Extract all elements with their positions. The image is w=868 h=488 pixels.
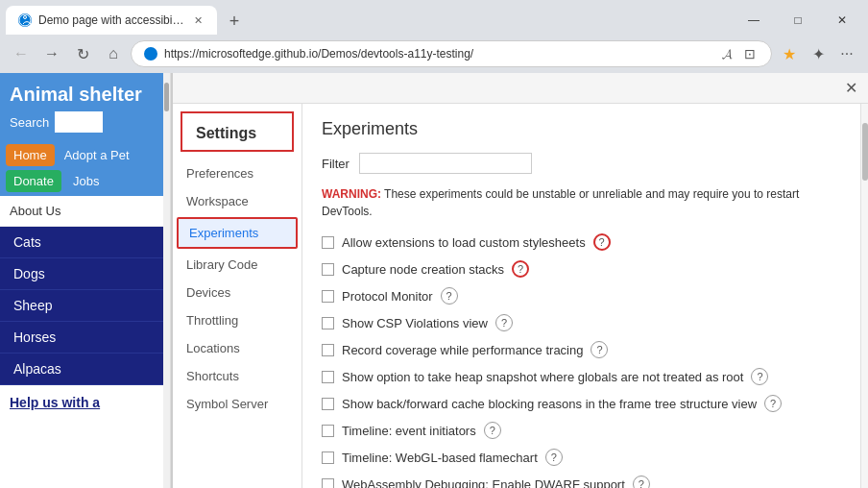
help-link[interactable]: Help us with a	[0, 385, 170, 420]
animal-item-dogs[interactable]: Dogs	[0, 258, 170, 290]
experiment-label-7: Timeline: event initiators	[342, 424, 476, 438]
experiment-checkbox-4[interactable]	[322, 344, 334, 356]
window-controls: — □ ✕	[732, 6, 868, 35]
nav-jobs[interactable]: Jobs	[65, 170, 107, 192]
svg-point-1	[144, 47, 157, 61]
nav-adopt[interactable]: Adopt a Pet	[59, 144, 135, 166]
experiment-item-4: Record coverage while performance tracin…	[322, 341, 849, 358]
experiment-item-9: WebAssembly Debugging: Enable DWARF supp…	[322, 476, 849, 488]
experiment-checkbox-0[interactable]	[322, 236, 334, 249]
favorites-icon[interactable]: ★	[776, 40, 803, 67]
experiment-help-4[interactable]: ?	[591, 341, 608, 358]
devtools-close-button[interactable]: ✕	[841, 79, 860, 98]
address-bar: ← → ↻ ⌂ https://microsoftedge.github.io/…	[0, 35, 868, 73]
animal-list: Cats Dogs Sheep Horses Alpacas	[0, 227, 170, 385]
tab-bar: Demo page with accessibility iss ✕ + — □…	[0, 0, 868, 35]
settings-sidebar: Settings Preferences Workspace Experimen…	[173, 104, 302, 488]
experiment-label-4: Record coverage while performance tracin…	[342, 343, 583, 357]
animal-item-cats[interactable]: Cats	[0, 227, 170, 258]
experiment-checkbox-8[interactable]	[322, 451, 334, 464]
experiment-checkbox-9[interactable]	[322, 478, 334, 489]
close-button[interactable]: ✕	[820, 6, 864, 35]
experiment-help-0[interactable]: ?	[593, 233, 611, 251]
experiment-help-5[interactable]: ?	[751, 368, 768, 385]
filter-input[interactable]	[359, 153, 532, 174]
settings-nav-experiments[interactable]: Experiments	[177, 217, 298, 249]
experiment-label-8: Timeline: WebGL-based flamechart	[342, 451, 538, 465]
experiment-help-1[interactable]: ?	[512, 260, 529, 278]
filter-label: Filter	[322, 157, 350, 171]
experiment-help-8[interactable]: ?	[545, 449, 563, 466]
experiment-help-3[interactable]: ?	[495, 314, 513, 331]
experiment-checkbox-3[interactable]	[322, 317, 334, 329]
experiment-help-7[interactable]: ?	[484, 422, 501, 439]
experiment-checkbox-1[interactable]	[322, 263, 334, 276]
settings-nav-library-code[interactable]: Library Code	[173, 251, 301, 279]
experiment-checkbox-2[interactable]	[322, 290, 334, 303]
new-tab-button[interactable]: +	[221, 8, 248, 35]
nav-home[interactable]: Home	[6, 144, 55, 166]
maximize-button[interactable]: □	[776, 6, 820, 35]
search-input[interactable]	[55, 111, 103, 133]
url-text: https://microsoftedge.github.io/Demos/de…	[164, 47, 711, 61]
active-tab[interactable]: Demo page with accessibility iss ✕	[6, 6, 217, 35]
main-content-area: Animal shelter Search Home Adopt a Pet D…	[0, 73, 868, 488]
url-bar[interactable]: https://microsoftedge.github.io/Demos/de…	[131, 40, 772, 67]
experiment-checkbox-7[interactable]	[322, 425, 334, 437]
minimize-button[interactable]: —	[732, 6, 776, 35]
experiment-item-1: Capture node creation stacks ?	[322, 260, 849, 278]
experiment-label-9: WebAssembly Debugging: Enable DWARF supp…	[342, 477, 625, 489]
experiment-help-6[interactable]: ?	[764, 395, 782, 412]
collections-icon[interactable]: ✦	[805, 40, 832, 67]
warning-text: WARNING: These experiments could be unst…	[322, 185, 849, 220]
experiment-item-5: Show option to take heap snapshot where …	[322, 368, 849, 385]
experiment-item-3: Show CSP Violations view ?	[322, 314, 849, 331]
animal-item-sheep[interactable]: Sheep	[0, 290, 170, 322]
read-aloud-icon[interactable]: 𝓐	[717, 44, 736, 63]
about-us-link[interactable]: About Us	[0, 196, 170, 227]
more-tools-icon[interactable]: ···	[833, 40, 860, 67]
url-action-icons: 𝓐 ⊡	[717, 44, 760, 63]
browser-window: Demo page with accessibility iss ✕ + — □…	[0, 0, 868, 488]
experiment-label-2: Protocol Monitor	[342, 289, 433, 304]
devtools-header: ✕	[173, 73, 868, 104]
settings-nav-symbol-server[interactable]: Symbol Server	[173, 390, 301, 418]
website-scrollbar[interactable]	[163, 73, 170, 488]
experiment-checkbox-5[interactable]	[322, 371, 334, 383]
experiment-help-2[interactable]: ?	[441, 287, 458, 305]
website-scroll-thumb	[164, 83, 169, 111]
devtools-scrollbar[interactable]	[860, 104, 868, 488]
home-button[interactable]: ⌂	[100, 40, 127, 67]
experiment-label-1: Capture node creation stacks	[342, 262, 504, 277]
experiment-label-5: Show option to take heap snapshot where …	[342, 370, 743, 384]
settings-nav-devices[interactable]: Devices	[173, 279, 301, 306]
settings-nav-locations[interactable]: Locations	[173, 334, 301, 362]
website-sidebar: Animal shelter Search Home Adopt a Pet D…	[0, 73, 171, 488]
back-button[interactable]: ←	[8, 40, 35, 67]
forward-button[interactable]: →	[38, 40, 65, 67]
animal-item-horses[interactable]: Horses	[0, 322, 170, 354]
refresh-button[interactable]: ↻	[69, 40, 96, 67]
experiment-item-6: Show back/forward cache blocking reasons…	[322, 395, 849, 412]
settings-nav-throttling[interactable]: Throttling	[173, 306, 301, 334]
tab-favicon	[17, 12, 33, 28]
experiments-title: Experiments	[322, 119, 849, 139]
settings-nav-shortcuts[interactable]: Shortcuts	[173, 362, 301, 390]
settings-title: Settings	[181, 111, 294, 152]
warning-body: These experiments could be unstable or u…	[322, 187, 799, 218]
settings-nav-workspace[interactable]: Workspace	[173, 187, 301, 215]
site-nav: Home Adopt a Pet Donate Jobs	[0, 140, 170, 196]
experiment-label-3: Show CSP Violations view	[342, 316, 488, 330]
experiment-checkbox-6[interactable]	[322, 398, 334, 410]
settings-nav-preferences[interactable]: Preferences	[173, 159, 301, 187]
experiment-help-9[interactable]: ?	[633, 476, 650, 488]
tab-title: Demo page with accessibility iss	[38, 13, 184, 27]
animal-item-alpacas[interactable]: Alpacas	[0, 354, 170, 385]
devtools-panel: ✕ Settings Preferences Workspace Experim…	[171, 73, 868, 488]
url-favicon	[143, 46, 158, 61]
nav-donate[interactable]: Donate	[6, 170, 61, 192]
split-screen-icon[interactable]: ⊡	[740, 44, 760, 63]
toolbar-icons: ★ ✦ ···	[776, 40, 860, 67]
tab-close-button[interactable]: ✕	[190, 12, 205, 28]
experiment-item-0: Allow extensions to load custom styleshe…	[322, 233, 849, 251]
